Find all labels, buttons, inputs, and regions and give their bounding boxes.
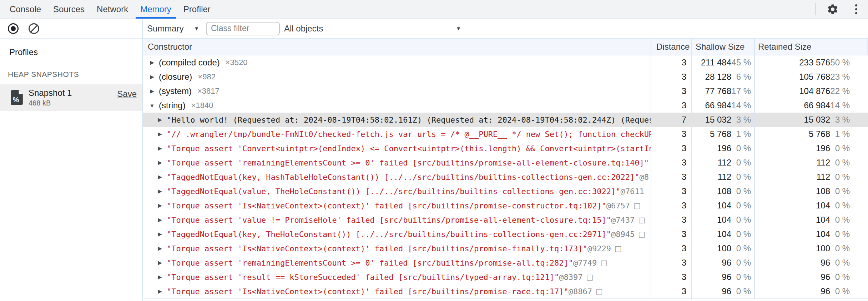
save-snapshot-link[interactable]: Save — [117, 89, 137, 99]
retained-percent: 0 % — [830, 172, 853, 182]
retained-size-cell: 1120 % — [754, 170, 868, 184]
reveal-box-icon[interactable]: □ — [615, 244, 622, 253]
collapsed-arrow-icon[interactable]: ▶ — [157, 217, 163, 223]
instance-count: ×3817 — [197, 87, 219, 96]
shallow-size-cell: 1080 % — [691, 184, 754, 198]
retained-value: 104 876 — [755, 86, 830, 96]
collapsed-arrow-icon[interactable]: ▶ — [157, 131, 163, 137]
reveal-box-icon[interactable]: □ — [600, 258, 607, 267]
shallow-size-cell: 77 76817 % — [691, 84, 754, 98]
shallow-size-cell: 28 1286 % — [691, 70, 754, 84]
reveal-box-icon[interactable]: □ — [596, 287, 603, 296]
table-row[interactable]: ▶"Torque assert 'remainingElementsCount … — [143, 156, 868, 170]
collapsed-arrow-icon[interactable]: ▶ — [157, 174, 163, 180]
shallow-percent: 14 % — [731, 100, 754, 110]
shallow-size-cell: 1120 % — [691, 156, 754, 170]
table-row[interactable]: ▶"Torque assert 'Convert<uintptr>(endInd… — [143, 141, 868, 156]
shallow-value: 108 — [692, 186, 731, 196]
collapsed-arrow-icon[interactable]: ▶ — [157, 188, 163, 194]
table-row[interactable]: ▶"Torque assert 'value != PromiseHole' f… — [143, 213, 868, 227]
table-row[interactable]: ▶"TaggedNotEqual(value, TheHoleConstant(… — [143, 184, 868, 198]
tab-network[interactable]: Network — [91, 0, 134, 19]
block-icon[interactable] — [29, 23, 39, 34]
chevron-down-icon: ▼ — [456, 25, 461, 31]
collapsed-arrow-icon[interactable]: ▶ — [149, 59, 155, 66]
retained-percent: 0 % — [830, 215, 853, 225]
collapsed-arrow-icon[interactable]: ▶ — [157, 288, 163, 295]
object-id: @7437 — [611, 216, 635, 224]
sidebar-item-snapshot-1[interactable]: % Snapshot 1 468 kB Save — [0, 84, 142, 111]
retained-value: 233 576 — [755, 58, 830, 68]
retained-value: 100 — [755, 243, 830, 253]
collapsed-arrow-icon[interactable]: ▶ — [157, 231, 163, 237]
collapsed-arrow-icon[interactable]: ▶ — [157, 260, 163, 266]
reveal-box-icon[interactable]: □ — [638, 230, 645, 238]
retained-percent: 0 % — [830, 186, 853, 196]
table-row[interactable]: ▶"Torque assert 'Is<NativeContext>(conte… — [143, 284, 868, 298]
object-filter-select[interactable]: All objects ▼ — [284, 24, 463, 34]
shallow-value: 15 032 — [692, 115, 731, 125]
retained-percent: 22 % — [830, 86, 853, 96]
expanded-arrow-icon[interactable]: ▼ — [149, 103, 155, 109]
shallow-value: 66 984 — [692, 100, 731, 110]
reveal-box-icon[interactable]: □ — [638, 216, 645, 224]
collapsed-arrow-icon[interactable]: ▶ — [157, 202, 163, 209]
retained-value: 5 768 — [755, 129, 830, 139]
table-row[interactable]: ▶"// .wrangler/tmp/bundle-FmNIt0/checked… — [143, 127, 868, 141]
constructor-cell: ▶"TaggedNotEqual(key, TheHoleConstant())… — [143, 227, 651, 241]
collapsed-arrow-icon[interactable]: ▶ — [149, 74, 155, 80]
collapsed-arrow-icon[interactable]: ▶ — [157, 117, 163, 123]
string-value: "Torque assert 'Is<NativeContext>(contex… — [167, 201, 606, 210]
record-icon[interactable] — [8, 23, 19, 34]
table-row[interactable]: ▼(string)×1840366 98414 %66 98414 % — [143, 98, 868, 113]
object-id: @8945 — [611, 230, 635, 239]
table-row[interactable]: ▶"TaggedNotEqual(key, TheHoleConstant())… — [143, 227, 868, 241]
shallow-value: 28 128 — [692, 72, 731, 82]
retained-size-cell: 960 % — [754, 270, 868, 284]
collapsed-arrow-icon[interactable]: ▶ — [157, 274, 163, 280]
tab-profiler[interactable]: Profiler — [177, 0, 217, 19]
column-header-retained-size[interactable]: Retained Size — [754, 39, 868, 55]
table-row[interactable]: ▶"Torque assert 'Is<NativeContext>(conte… — [143, 198, 868, 213]
table-row[interactable]: ▶"Hello world! (Requested at: 2024-08-19… — [143, 113, 868, 127]
column-header-distance[interactable]: Distance — [651, 39, 691, 55]
collapsed-arrow-icon[interactable]: ▶ — [157, 159, 163, 166]
table-row[interactable]: ▶"Torque assert 'result == kStoreSuccede… — [143, 270, 868, 284]
retained-percent: 3 % — [830, 115, 853, 125]
column-header-shallow-size[interactable]: Shallow Size — [691, 39, 754, 55]
devtools-tab-bar: ConsoleSourcesNetworkMemoryProfiler — [0, 0, 868, 19]
table-row[interactable]: ▶"Torque assert 'Is<NativeContext>(conte… — [143, 241, 868, 256]
collapsed-arrow-icon[interactable]: ▶ — [149, 88, 155, 94]
tab-console[interactable]: Console — [4, 0, 47, 19]
retained-size-cell: 1040 % — [754, 227, 868, 241]
tab-memory[interactable]: Memory — [134, 0, 177, 19]
shallow-size-cell: 1040 % — [691, 213, 754, 227]
retained-size-cell: 1080 % — [754, 184, 868, 198]
column-header-constructor[interactable]: Constructor — [143, 39, 651, 55]
table-row[interactable]: ▶"Torque assert 'remainingElementsCount … — [143, 256, 868, 270]
shallow-percent: 45 % — [731, 58, 754, 68]
perspective-select[interactable]: Summary ▼ — [147, 24, 201, 34]
more-vertical-icon[interactable] — [854, 3, 859, 16]
table-row[interactable]: ▶(closure)×982328 1286 %105 76823 % — [143, 70, 868, 84]
retained-value: 112 — [755, 158, 830, 168]
collapsed-arrow-icon[interactable]: ▶ — [157, 245, 163, 252]
tab-sources[interactable]: Sources — [47, 0, 91, 19]
table-row[interactable]: ▶(compiled code)×35203211 48445 %233 576… — [143, 55, 868, 70]
reveal-box-icon[interactable]: □ — [634, 201, 641, 210]
retained-size-cell: 960 % — [754, 256, 868, 270]
shallow-percent: 0 % — [731, 158, 754, 168]
reveal-box-icon[interactable]: □ — [586, 273, 594, 281]
table-row[interactable]: ▶(system)×3817377 76817 %104 87622 % — [143, 84, 868, 98]
retained-value: 104 — [755, 201, 830, 211]
table-row[interactable]: ▶"TaggedNotEqual(key, HashTableHoleConst… — [143, 170, 868, 184]
group-name: (string) — [159, 100, 186, 110]
shallow-percent: 0 % — [731, 186, 754, 196]
shallow-size-cell: 960 % — [691, 256, 754, 270]
string-value: "// .wrangler/tmp/bundle-FmNIt0/checked-… — [167, 130, 651, 139]
class-filter-input[interactable] — [206, 22, 280, 35]
distance-cell: 3 — [651, 84, 691, 98]
collapsed-arrow-icon[interactable]: ▶ — [157, 145, 163, 152]
svg-text:%: % — [13, 96, 19, 104]
settings-gear-icon[interactable] — [827, 3, 839, 15]
